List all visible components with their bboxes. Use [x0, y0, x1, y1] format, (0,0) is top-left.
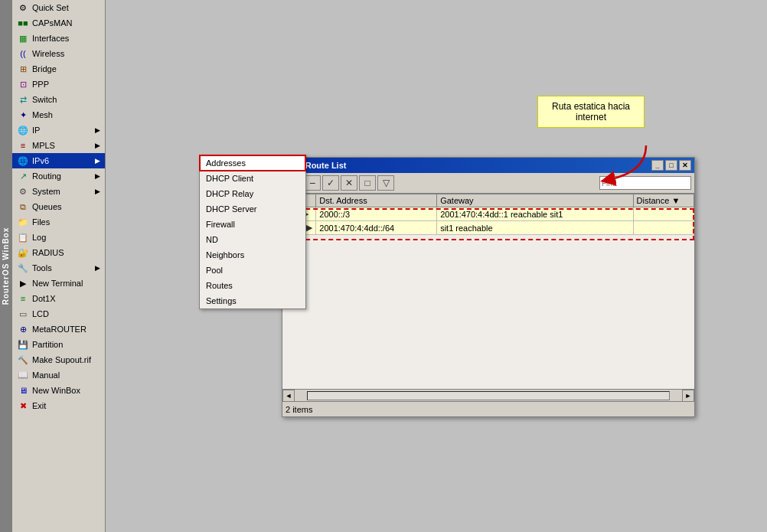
sidebar-label-wireless: Wireless: [32, 49, 64, 58]
sidebar-item-system[interactable]: ⚙ System ▶: [12, 184, 105, 199]
sidebar-item-switch[interactable]: ⇄ Switch: [12, 92, 105, 107]
sidebar-label-switch: Switch: [32, 95, 57, 104]
sidebar-item-lcd[interactable]: ▭ LCD: [12, 306, 105, 321]
make-supout-icon: 🔨: [17, 354, 29, 366]
submenu-label-pool: Pool: [206, 266, 223, 275]
remove-button[interactable]: −: [304, 175, 321, 191]
sidebar-item-files[interactable]: 📁 Files: [12, 214, 105, 230]
ip-arrow: ▶: [95, 126, 100, 134]
route-table: Dst. Address Gateway Distance ▼ AS ▶ 200…: [282, 194, 694, 235]
sidebar-item-wireless[interactable]: (( Wireless: [12, 46, 105, 61]
sidebar-item-log[interactable]: 📋 Log: [12, 230, 105, 245]
submenu-label-settings: Settings: [206, 296, 237, 305]
sidebar-label-manual: Manual: [32, 370, 60, 380]
sidebar-label-new-terminal: New Terminal: [32, 279, 83, 288]
sidebar-label-dot1x: Dot1X: [32, 294, 56, 303]
submenu-label-routes: Routes: [206, 281, 233, 290]
sidebar-item-capsman[interactable]: ■■ CAPsMAN: [12, 15, 105, 31]
cross-button[interactable]: ✕: [341, 175, 357, 191]
table-row[interactable]: DAC ▶ 2001:470:4:4dd::/64 sit1 reachable: [283, 221, 694, 235]
sidebar-label-capsman: CAPsMAN: [32, 18, 73, 28]
terminal-icon: ▶: [17, 277, 29, 289]
sidebar-item-new-terminal[interactable]: ▶ New Terminal: [12, 276, 105, 291]
capsman-icon: ■■: [17, 17, 29, 29]
ipv6-icon: 🌐: [17, 155, 29, 167]
interfaces-icon: ▦: [17, 32, 29, 44]
sidebar-item-queues[interactable]: ⧉ Queues: [12, 199, 105, 214]
arrow-icon: [592, 142, 654, 189]
sidebar-label-routing: Routing: [32, 171, 61, 181]
sidebar-item-metarouter[interactable]: ⊕ MetaROUTER: [12, 321, 105, 337]
sidebar-item-routing[interactable]: ↗ Routing ▶: [12, 168, 105, 184]
col-gateway: Gateway: [437, 194, 633, 207]
sidebar-item-ppp[interactable]: ⊡ PPP: [12, 77, 105, 92]
ppp-icon: ⊡: [17, 78, 29, 90]
sidebar-item-mpls[interactable]: ≡ MPLS ▶: [12, 138, 105, 153]
copy-button[interactable]: □: [359, 175, 376, 191]
sidebar-label-ipv6: IPv6: [32, 156, 49, 165]
routing-arrow: ▶: [95, 172, 100, 180]
submenu-item-addresses[interactable]: Addresses: [200, 155, 305, 171]
sidebar-item-manual[interactable]: 📖 Manual: [12, 367, 105, 383]
quick-set-icon: ⚙: [17, 2, 29, 14]
sidebar-item-quick-set[interactable]: ⚙ Quick Set: [12, 0, 105, 15]
metarouter-icon: ⊕: [17, 323, 29, 335]
submenu-item-routes[interactable]: Routes: [200, 278, 305, 293]
scrollbar-track[interactable]: [307, 391, 670, 400]
sidebar-label-metarouter: MetaROUTER: [32, 325, 86, 334]
sidebar-item-ip[interactable]: 🌐 IP ▶: [12, 122, 105, 138]
sidebar-item-tools[interactable]: 🔧 Tools ▶: [12, 260, 105, 276]
route-list-window: IPv6 Route List _ □ ✕ + − ✓ ✕ □ ▽ D: [282, 157, 695, 417]
sidebar-item-ipv6[interactable]: 🌐 IPv6 ▶: [12, 153, 105, 168]
submenu-label-neighbors: Neighbors: [206, 250, 244, 259]
submenu-item-dhcp-relay[interactable]: DHCP Relay: [200, 186, 305, 201]
submenu-item-pool[interactable]: Pool: [200, 263, 305, 278]
submenu-item-nd[interactable]: ND: [200, 232, 305, 247]
vertical-label: RouterOS WinBox: [0, 0, 12, 532]
sidebar-item-interfaces[interactable]: ▦ Interfaces: [12, 31, 105, 46]
tools-arrow: ▶: [95, 264, 100, 272]
col-distance: Distance ▼: [633, 194, 694, 207]
submenu-item-settings[interactable]: Settings: [200, 293, 305, 308]
scroll-right-button[interactable]: ►: [682, 390, 694, 402]
files-icon: 📁: [17, 216, 29, 228]
close-button[interactable]: ✕: [679, 160, 691, 171]
partition-icon: 💾: [17, 338, 29, 351]
restore-button[interactable]: □: [665, 160, 677, 171]
ipv6-arrow: ▶: [95, 157, 100, 165]
scroll-left-button[interactable]: ◄: [282, 390, 295, 402]
sidebar-item-make-supout[interactable]: 🔨 Make Supout.rif: [12, 352, 105, 367]
table-row[interactable]: AS ▶ 2000::/3 2001:470:4:4dd::1 reachabl…: [283, 207, 694, 221]
submenu-item-dhcp-server[interactable]: DHCP Server: [200, 201, 305, 217]
sidebar-label-quick-set: Quick Set: [32, 3, 69, 12]
sidebar-item-new-winbox[interactable]: 🖥 New WinBox: [12, 383, 105, 398]
system-icon: ⚙: [17, 185, 29, 197]
sidebar-label-bridge: Bridge: [32, 64, 57, 73]
submenu-label-dhcp-client: DHCP Client: [206, 174, 253, 183]
sidebar-item-partition[interactable]: 💾 Partition: [12, 337, 105, 352]
radius-icon: 🔐: [17, 246, 29, 259]
row2-dst: 2001:470:4:4dd::/64: [316, 221, 437, 235]
sidebar-item-dot1x[interactable]: ≡ Dot1X: [12, 291, 105, 306]
tooltip-box: Ruta estatica hacia internet: [537, 96, 645, 128]
dot1x-icon: ≡: [17, 292, 29, 305]
sidebar-label-exit: Exit: [32, 401, 46, 410]
filter-button[interactable]: ▽: [377, 175, 394, 191]
sidebar-label-lcd: LCD: [32, 309, 49, 318]
submenu-item-firewall[interactable]: Firewall: [200, 217, 305, 232]
sidebar-item-exit[interactable]: ✖ Exit: [12, 398, 105, 413]
exit-icon: ✖: [17, 400, 29, 412]
check-button[interactable]: ✓: [322, 175, 339, 191]
row1-distance: [633, 207, 694, 221]
ipv6-submenu: Addresses DHCP Client DHCP Relay DHCP Se…: [199, 155, 306, 309]
window-controls: _ □ ✕: [651, 160, 691, 171]
sidebar-item-bridge[interactable]: ⊞ Bridge: [12, 61, 105, 77]
sidebar-item-radius[interactable]: 🔐 RADIUS: [12, 245, 105, 260]
sidebar-label-files: Files: [32, 217, 50, 227]
submenu-item-dhcp-client[interactable]: DHCP Client: [200, 171, 305, 186]
mpls-icon: ≡: [17, 139, 29, 152]
sidebar-label-tools: Tools: [32, 263, 52, 273]
submenu-item-neighbors[interactable]: Neighbors: [200, 247, 305, 263]
sidebar-item-mesh[interactable]: ✦ Mesh: [12, 107, 105, 122]
routing-icon: ↗: [17, 170, 29, 182]
